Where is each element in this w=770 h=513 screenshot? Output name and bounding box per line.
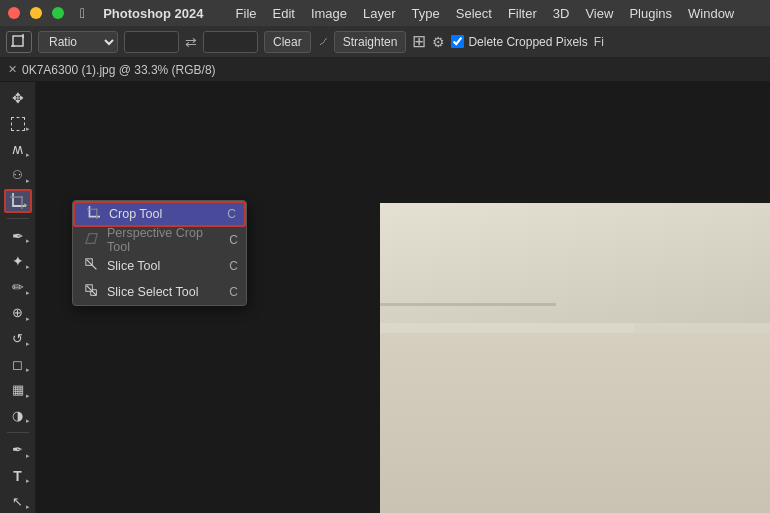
- delete-pixels-checkbox[interactable]: [451, 35, 464, 48]
- straighten-icon: ⟋: [317, 34, 330, 49]
- crop-tool-shortcut: C: [227, 207, 236, 221]
- context-menu-perspective-crop[interactable]: Perspective Crop Tool C: [73, 227, 246, 253]
- menu-3d[interactable]: 3D: [545, 4, 578, 23]
- move-tool-icon: ✥: [12, 90, 24, 106]
- apple-menu-icon[interactable]: : [80, 5, 85, 21]
- move-tool-button[interactable]: ✥: [4, 86, 32, 110]
- crop-tool-ctx-icon: [87, 206, 103, 222]
- clone-arrow: ▸: [26, 315, 30, 323]
- crop-options-icon[interactable]: [6, 31, 32, 53]
- lasso-icon: ʍ: [12, 141, 23, 157]
- gear-settings-icon[interactable]: ⚙: [432, 34, 445, 50]
- history-brush-icon: ↺: [12, 331, 23, 346]
- menu-filter[interactable]: Filter: [500, 4, 545, 23]
- crop-tool-button[interactable]: ▸: [4, 189, 32, 213]
- grid-overlay-icon[interactable]: ⊞: [412, 31, 426, 52]
- tab-close-button[interactable]: ✕: [8, 63, 17, 76]
- type-button[interactable]: T ▸: [4, 464, 32, 488]
- svg-line-8: [87, 260, 97, 270]
- svg-marker-7: [86, 234, 97, 244]
- blur-icon: ◑: [12, 408, 23, 423]
- healing-tool-button[interactable]: ✦ ▸: [4, 249, 32, 273]
- slice-select-icon: [85, 284, 101, 300]
- clear-button[interactable]: Clear: [264, 31, 311, 53]
- marquee-arrow: ▸: [26, 125, 30, 133]
- type-icon: T: [13, 468, 22, 484]
- marquee-tool-button[interactable]: ▸: [4, 112, 32, 136]
- quick-select-arrow: ▸: [26, 177, 30, 185]
- straighten-button[interactable]: Straighten: [334, 31, 407, 53]
- context-menu-slice-tool[interactable]: Slice Tool C: [73, 253, 246, 279]
- marquee-icon: [11, 117, 25, 131]
- fill-label: Fi: [594, 35, 604, 49]
- lasso-tool-button[interactable]: ʍ ▸: [4, 137, 32, 161]
- canvas-photo: [380, 203, 770, 513]
- slice-select-shortcut: C: [229, 285, 238, 299]
- crop-arrow: ▸: [24, 201, 28, 209]
- slice-tool-icon: [85, 258, 101, 274]
- slice-tool-label: Slice Tool: [107, 259, 223, 273]
- gradient-icon: ▦: [12, 382, 24, 397]
- menu-view[interactable]: View: [577, 4, 621, 23]
- blur-button[interactable]: ◑ ▸: [4, 404, 32, 428]
- eraser-icon: ◻: [12, 357, 23, 372]
- clone-stamp-icon: ⊕: [12, 305, 23, 320]
- healing-arrow: ▸: [26, 263, 30, 271]
- history-arrow: ▸: [26, 340, 30, 348]
- ceiling-shadow: [380, 303, 556, 306]
- menu-layer[interactable]: Layer: [355, 4, 404, 23]
- pen-button[interactable]: ✒ ▸: [4, 438, 32, 462]
- toolbar-divider-1: [7, 218, 29, 219]
- app-name[interactable]: Photoshop 2024: [95, 4, 211, 23]
- gradient-button[interactable]: ▦ ▸: [4, 378, 32, 402]
- brush-icon: ✏: [12, 279, 24, 295]
- context-menu-crop-tool[interactable]: Crop Tool C: [73, 201, 246, 227]
- ratio-width-input[interactable]: [124, 31, 179, 53]
- clone-stamp-button[interactable]: ⊕ ▸: [4, 301, 32, 325]
- menu-plugins[interactable]: Plugins: [621, 4, 680, 23]
- pen-arrow: ▸: [26, 452, 30, 460]
- crop-tool-label: Crop Tool: [109, 207, 221, 221]
- menu-file[interactable]: File: [228, 4, 265, 23]
- context-menu: Crop Tool C Perspective Crop Tool C: [72, 200, 247, 306]
- history-brush-button[interactable]: ↺ ▸: [4, 327, 32, 351]
- ratio-height-input[interactable]: [203, 31, 258, 53]
- perspective-crop-icon: [85, 232, 101, 248]
- options-bar: Ratio ⇄ Clear ⟋ Straighten ⊞ ⚙ Delete Cr…: [0, 26, 770, 58]
- menu-type[interactable]: Type: [404, 4, 448, 23]
- quick-select-tool-button[interactable]: ⚇ ▸: [4, 163, 32, 187]
- slice-tool-shortcut: C: [229, 259, 238, 273]
- menu-image[interactable]: Image: [303, 4, 355, 23]
- context-menu-slice-select[interactable]: Slice Select Tool C: [73, 279, 246, 305]
- path-selection-button[interactable]: ↖ ▸: [4, 489, 32, 513]
- menu-bar:  Photoshop 2024 File Edit Image Layer T…: [0, 0, 770, 26]
- perspective-crop-label: Perspective Crop Tool: [107, 226, 223, 254]
- swap-dimensions-button[interactable]: ⇄: [185, 34, 197, 50]
- eraser-arrow: ▸: [26, 366, 30, 374]
- tab-title: 0K7A6300 (1).jpg @ 33.3% (RGB/8): [22, 63, 216, 77]
- eyedropper-arrow: ▸: [26, 237, 30, 245]
- menu-select[interactable]: Select: [448, 4, 500, 23]
- straighten-group: ⟋ Straighten: [317, 31, 407, 53]
- brush-arrow: ▸: [26, 289, 30, 297]
- eyedropper-icon: ✒: [12, 228, 24, 244]
- eraser-button[interactable]: ◻ ▸: [4, 352, 32, 376]
- blur-arrow: ▸: [26, 417, 30, 425]
- path-arrow: ▸: [26, 503, 30, 511]
- pen-icon: ✒: [12, 442, 23, 457]
- toolbar: ✥ ▸ ʍ ▸ ⚇ ▸ ▸ ✒ ▸ ✦ ▸: [0, 82, 36, 513]
- menu-edit[interactable]: Edit: [265, 4, 303, 23]
- maximize-button[interactable]: [52, 7, 64, 19]
- eyedropper-tool-button[interactable]: ✒ ▸: [4, 224, 32, 248]
- close-button[interactable]: [8, 7, 20, 19]
- perspective-crop-shortcut: C: [229, 233, 238, 247]
- path-selection-icon: ↖: [12, 494, 23, 509]
- brush-tool-button[interactable]: ✏ ▸: [4, 275, 32, 299]
- canvas-area[interactable]: Crop Tool C Perspective Crop Tool C: [36, 82, 770, 513]
- ratio-dropdown[interactable]: Ratio: [38, 31, 118, 53]
- menu-window[interactable]: Window: [680, 4, 742, 23]
- tab-bar: ✕ 0K7A6300 (1).jpg @ 33.3% (RGB/8): [0, 58, 770, 82]
- delete-pixels-label[interactable]: Delete Cropped Pixels: [451, 35, 587, 49]
- minimize-button[interactable]: [30, 7, 42, 19]
- gradient-arrow: ▸: [26, 392, 30, 400]
